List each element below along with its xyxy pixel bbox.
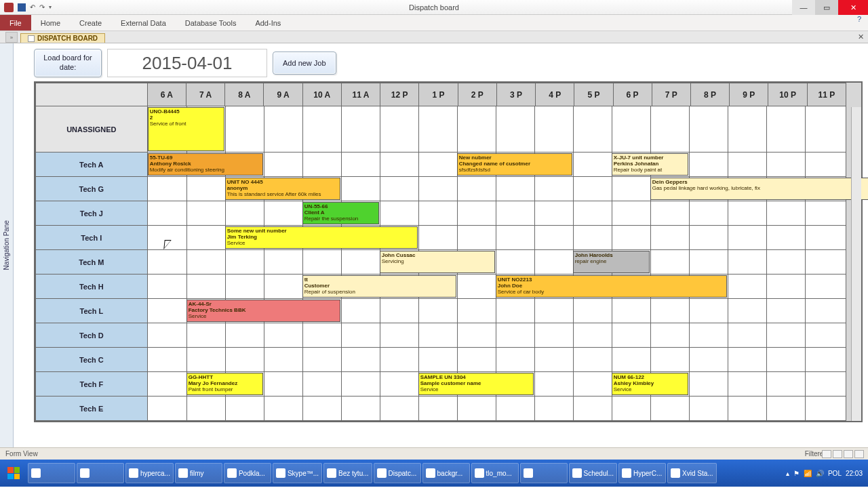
add-new-job-button[interactable]: Add new Job [273, 52, 336, 75]
ribbon-tab-database-tools[interactable]: Database Tools [176, 15, 246, 30]
hour-header: 3 P [496, 83, 535, 106]
tray-clock[interactable]: 22:03 [846, 470, 863, 477]
row-label: Tech C [36, 348, 148, 372]
job-card[interactable]: UN-55-66Client ARepair the suspension [302, 202, 379, 224]
row-label: Tech I [36, 226, 148, 250]
taskbar-item[interactable]: hyperca... [125, 463, 174, 483]
ribbon-tab-add-ins[interactable]: Add-Ins [245, 15, 290, 30]
taskbar-item[interactable]: Podkla... [224, 463, 271, 483]
ribbon-tab-home[interactable]: Home [31, 15, 70, 30]
job-card[interactable]: SAMPLE UN 3304Sample customer nameServic… [418, 373, 534, 395]
job-card[interactable]: UNO-B44452Service of front [148, 107, 224, 151]
taskbar-item[interactable]: tlo_mo... [471, 463, 519, 483]
row-track-cell [147, 348, 846, 372]
tray-network-icon[interactable]: 📶 [804, 470, 812, 477]
job-card[interactable]: UNIT NO 4445anonymThis is standard servi… [225, 178, 340, 200]
ribbon-tab-create[interactable]: Create [70, 15, 111, 30]
tray-volume-icon[interactable]: 🔊 [816, 470, 824, 477]
row-techI: Tech ISome new unit numberJim TerkingSer… [36, 226, 846, 250]
dispatch-grid-wrap: 6 A7 A8 A9 A10 A11 A12 P1 P2 P3 P4 P5 P6… [34, 81, 863, 422]
hour-header: 11 A [341, 83, 380, 106]
job-card[interactable]: John Harooldsrepair engine [573, 251, 650, 273]
datasheet-view-button[interactable] [833, 450, 842, 458]
task-icon [572, 468, 582, 478]
undo-icon[interactable]: ↶ [30, 3, 35, 11]
hour-header: 2 P [458, 83, 496, 106]
load-board-button[interactable]: Load board for date: [34, 49, 102, 77]
job-card[interactable]: AK-44-SrFactory Technics BBKService [186, 300, 340, 322]
top-controls: Load board for date: 2015-04-01 Add new … [34, 49, 863, 77]
taskbar-item[interactable] [28, 463, 75, 483]
task-icon [178, 468, 188, 478]
row-label: Tech D [36, 323, 148, 348]
form-canvas: Load board for date: 2015-04-01 Add new … [14, 43, 868, 447]
navigation-pane-collapsed[interactable]: Navigation Pane [0, 43, 14, 447]
row-techF: Tech FGG-HHTTMary Jo FernandezPaint fron… [36, 372, 846, 396]
close-button[interactable]: ✕ [838, 0, 868, 15]
taskbar-item[interactable]: Skype™... [273, 463, 322, 483]
row-label: Tech H [36, 274, 148, 299]
job-card[interactable]: ttCustomerRepair of suspension [302, 275, 456, 298]
row-techL: Tech LAK-44-SrFactory Technics BBKServic… [36, 299, 846, 323]
document-tabs: » DISPATCH BOARD ✕ [0, 31, 868, 43]
doc-tab-dispatch[interactable]: DISPATCH BOARD [20, 33, 105, 43]
row-techA: Tech A55-TU-69Anthony RoslckModify air c… [36, 152, 846, 177]
taskbar-item[interactable]: Xvid Sta... [667, 463, 717, 483]
layout-view-button[interactable] [844, 450, 853, 458]
start-button[interactable] [0, 460, 27, 487]
hour-header: 6 P [613, 83, 652, 106]
taskbar: hyperca...filmyPodkla...Skype™...Bez tyt… [0, 460, 868, 487]
ribbon-tab-external-data[interactable]: External Data [111, 15, 176, 30]
help-icon[interactable]: ? [850, 15, 868, 30]
nav-pane-toggle[interactable]: » [5, 32, 18, 43]
close-doc-icon[interactable]: ✕ [858, 33, 864, 41]
access-app-icon [4, 3, 14, 12]
minimize-button[interactable]: — [792, 0, 815, 15]
tray-expand-icon[interactable]: ▴ [786, 470, 789, 477]
file-tab[interactable]: File [0, 15, 31, 30]
job-card[interactable]: GG-HHTTMary Jo FernandezPaint front bump… [186, 373, 263, 395]
scroll-down-icon[interactable]: ▾ [852, 412, 861, 420]
tray-lang[interactable]: POL [828, 470, 842, 477]
task-icon [276, 468, 285, 478]
qat-dropdown-icon[interactable]: ▾ [49, 4, 52, 10]
scroll-up-icon[interactable]: ▴ [852, 108, 861, 116]
form-icon [28, 35, 35, 42]
grid-corner [36, 83, 148, 106]
task-icon [426, 468, 435, 478]
job-card[interactable]: John CussacServicing [380, 251, 495, 273]
taskbar-item[interactable]: Bez tytu... [323, 463, 372, 483]
doc-tab-label: DISPATCH BOARD [37, 35, 98, 42]
job-card[interactable]: Some new unit numberJim TerkingService [225, 226, 418, 249]
maximize-button[interactable]: ▭ [815, 0, 838, 15]
taskbar-item[interactable]: backgr... [422, 463, 470, 483]
hour-header: 5 P [574, 83, 613, 106]
taskbar-item[interactable] [77, 463, 124, 483]
job-card[interactable]: 55-TU-69Anthony RoslckModify air conditi… [148, 153, 263, 176]
row-label: Tech L [36, 299, 148, 323]
taskbar-item[interactable] [520, 463, 568, 483]
job-card[interactable]: UNIT NO2213John DoeService of car body [496, 275, 727, 298]
redo-icon[interactable]: ↷ [39, 3, 45, 11]
windows-logo-icon [7, 467, 20, 479]
row-track-cell: GG-HHTTMary Jo FernandezPaint front bump… [147, 372, 846, 396]
design-view-button[interactable] [854, 450, 864, 458]
hour-header: 7 P [652, 83, 690, 106]
job-card[interactable]: New nubmerChanged name of cusotmersfsdfz… [457, 153, 572, 176]
titlebar: ↶ ↷ ▾ Dispatch board — ▭ ✕ [0, 0, 868, 15]
taskbar-item[interactable]: Schedul... [569, 463, 617, 483]
tray-icon[interactable]: ⚑ [793, 470, 800, 477]
taskbar-item[interactable]: filmy [175, 463, 222, 483]
task-icon [327, 468, 336, 478]
row-track-cell: Some new unit numberJim TerkingService [147, 226, 846, 250]
job-card[interactable]: Dein GeppersGas pedal linkage hard worki… [650, 178, 868, 200]
save-icon[interactable] [18, 3, 26, 12]
form-view-button[interactable] [822, 450, 831, 458]
row-techM: Tech MJohn CussacServicingJohn Harooldsr… [36, 250, 846, 274]
job-card[interactable]: NUM 66-122Ashley KimbleyService [612, 373, 688, 395]
taskbar-item[interactable]: Dispatc... [374, 463, 421, 483]
hour-header: 8 P [690, 83, 729, 106]
date-field[interactable]: 2015-04-01 [107, 49, 267, 77]
taskbar-item[interactable]: HyperC... [618, 463, 666, 483]
job-card[interactable]: X-JU-7 unit numberPerkins JohnatanRepair… [612, 153, 688, 176]
